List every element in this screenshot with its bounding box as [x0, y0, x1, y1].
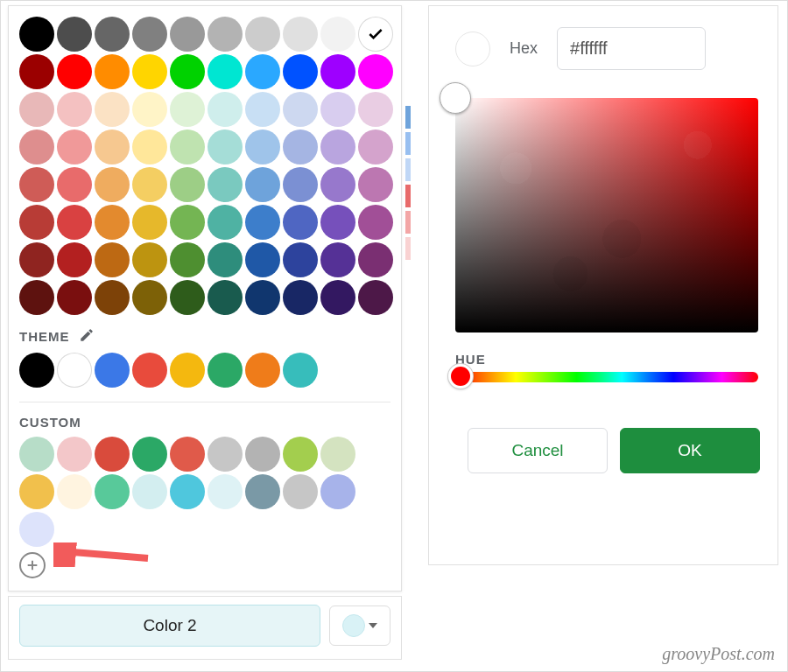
color-swatch[interactable]	[283, 167, 318, 202]
color-slot-swatch-dropdown[interactable]	[329, 606, 390, 646]
custom-swatch[interactable]	[57, 474, 92, 509]
color-swatch[interactable]	[57, 242, 92, 277]
custom-swatch[interactable]	[320, 437, 355, 472]
color-swatch[interactable]	[358, 54, 393, 89]
color-swatch[interactable]	[208, 205, 243, 240]
color-swatch[interactable]	[320, 280, 355, 315]
custom-swatch[interactable]	[19, 512, 54, 547]
color-swatch[interactable]	[57, 167, 92, 202]
color-swatch[interactable]	[57, 130, 92, 164]
color-swatch[interactable]	[283, 205, 318, 240]
color-swatch[interactable]	[132, 130, 167, 164]
custom-swatch[interactable]	[283, 437, 318, 472]
color-swatch[interactable]	[132, 17, 167, 52]
theme-swatch[interactable]	[245, 353, 280, 388]
color-swatch[interactable]	[170, 54, 205, 89]
color-swatch[interactable]	[245, 17, 280, 52]
hue-thumb[interactable]	[448, 364, 473, 388]
color-swatch[interactable]	[320, 167, 355, 202]
color-swatch[interactable]	[170, 167, 205, 202]
color-swatch[interactable]	[170, 242, 205, 277]
custom-swatch[interactable]	[245, 474, 280, 509]
custom-swatch[interactable]	[19, 474, 54, 509]
color-swatch[interactable]	[208, 242, 243, 277]
saturation-value-field[interactable]	[455, 98, 758, 332]
color-swatch[interactable]	[95, 280, 130, 315]
color-swatch[interactable]	[245, 92, 280, 127]
color-swatch[interactable]	[358, 205, 393, 240]
color-swatch[interactable]	[358, 17, 393, 52]
color-swatch[interactable]	[208, 130, 243, 164]
custom-swatch[interactable]	[95, 437, 130, 472]
color-swatch[interactable]	[170, 205, 205, 240]
color-swatch[interactable]	[208, 280, 243, 315]
color-swatch[interactable]	[19, 130, 54, 164]
color-swatch[interactable]	[283, 17, 318, 52]
color-swatch[interactable]	[320, 54, 355, 89]
color-swatch[interactable]	[320, 130, 355, 164]
color-swatch[interactable]	[95, 17, 130, 52]
theme-swatch[interactable]	[132, 353, 167, 388]
custom-swatch[interactable]	[19, 437, 54, 472]
color-swatch[interactable]	[170, 130, 205, 164]
color-swatch[interactable]	[208, 167, 243, 202]
color-swatch[interactable]	[208, 92, 243, 127]
custom-swatch[interactable]	[208, 474, 243, 509]
theme-swatch[interactable]	[283, 353, 318, 388]
color-swatch[interactable]	[170, 17, 205, 52]
custom-swatch[interactable]	[320, 474, 355, 509]
color-swatch[interactable]	[132, 92, 167, 127]
color-swatch[interactable]	[132, 167, 167, 202]
custom-swatch[interactable]	[132, 474, 167, 509]
theme-swatch[interactable]	[57, 353, 92, 388]
color-swatch[interactable]	[170, 280, 205, 315]
theme-swatch[interactable]	[19, 353, 54, 388]
color-swatch[interactable]	[57, 17, 92, 52]
color-swatch[interactable]	[283, 242, 318, 277]
color-swatch[interactable]	[19, 17, 54, 52]
custom-swatch[interactable]	[245, 437, 280, 472]
color-swatch[interactable]	[57, 54, 92, 89]
custom-swatch[interactable]	[57, 437, 92, 472]
color-swatch[interactable]	[95, 54, 130, 89]
color-swatch[interactable]	[208, 17, 243, 52]
color-swatch[interactable]	[320, 17, 355, 52]
color-swatch[interactable]	[245, 54, 280, 89]
custom-swatch[interactable]	[283, 474, 318, 509]
color-swatch[interactable]	[170, 92, 205, 127]
ok-button[interactable]: OK	[620, 428, 760, 473]
color-swatch[interactable]	[245, 130, 280, 164]
color-swatch[interactable]	[358, 167, 393, 202]
color-swatch[interactable]	[132, 242, 167, 277]
hue-slider[interactable]	[455, 372, 758, 382]
color-swatch[interactable]	[320, 242, 355, 277]
custom-swatch[interactable]	[132, 437, 167, 472]
color-swatch[interactable]	[19, 92, 54, 127]
color-swatch[interactable]	[19, 242, 54, 277]
pencil-icon[interactable]	[79, 327, 95, 346]
color-swatch[interactable]	[320, 92, 355, 127]
color-swatch[interactable]	[95, 242, 130, 277]
color-swatch[interactable]	[358, 242, 393, 277]
hex-input[interactable]	[557, 27, 706, 70]
color-slot-button[interactable]: Color 2	[19, 605, 320, 647]
color-swatch[interactable]	[95, 130, 130, 164]
color-swatch[interactable]	[283, 54, 318, 89]
custom-swatch[interactable]	[208, 437, 243, 472]
color-swatch[interactable]	[283, 280, 318, 315]
add-custom-color-button[interactable]	[19, 552, 46, 578]
theme-swatch[interactable]	[208, 353, 243, 388]
theme-swatch[interactable]	[170, 353, 205, 388]
color-swatch[interactable]	[19, 54, 54, 89]
custom-swatch[interactable]	[170, 474, 205, 509]
color-swatch[interactable]	[57, 92, 92, 127]
color-swatch[interactable]	[358, 130, 393, 164]
color-swatch[interactable]	[57, 205, 92, 240]
color-swatch[interactable]	[245, 242, 280, 277]
color-swatch[interactable]	[358, 92, 393, 127]
color-swatch[interactable]	[95, 205, 130, 240]
color-swatch[interactable]	[320, 205, 355, 240]
color-swatch[interactable]	[19, 205, 54, 240]
sv-thumb[interactable]	[440, 82, 471, 114]
color-swatch[interactable]	[283, 92, 318, 127]
